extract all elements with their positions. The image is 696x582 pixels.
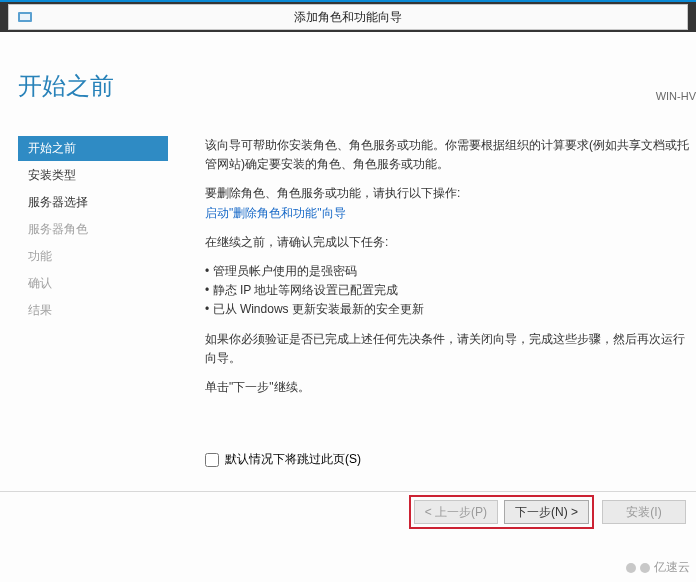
sidebar-item-6: 结果 bbox=[18, 298, 168, 323]
watermark: 亿速云 bbox=[626, 559, 690, 576]
conclusion-text: 如果你必须验证是否已完成上述任何先决条件，请关闭向导，完成这些步骤，然后再次运行… bbox=[205, 330, 696, 368]
skip-checkbox-row: 默认情况下将跳过此页(S) bbox=[205, 451, 361, 468]
watermark-dot-icon bbox=[640, 563, 650, 573]
sidebar-item-2[interactable]: 服务器选择 bbox=[18, 190, 168, 215]
page-title: 开始之前 bbox=[18, 70, 114, 102]
sidebar-item-3: 服务器角色 bbox=[18, 217, 168, 242]
action-button-group: 安装(I) bbox=[600, 498, 688, 526]
watermark-text: 亿速云 bbox=[654, 559, 690, 576]
prerequisite-item: 管理员帐户使用的是强密码 bbox=[205, 262, 696, 281]
wizard-footer: < 上一步(P) 下一步(N) > 安装(I) bbox=[0, 492, 696, 532]
skip-label[interactable]: 默认情况下将跳过此页(S) bbox=[225, 451, 361, 468]
app-icon bbox=[17, 9, 33, 25]
window-titlebar: 添加角色和功能向导 bbox=[8, 4, 688, 30]
next-button[interactable]: 下一步(N) > bbox=[504, 500, 589, 524]
verify-label: 在继续之前，请确认完成以下任务: bbox=[205, 233, 696, 252]
sidebar-item-0[interactable]: 开始之前 bbox=[18, 136, 168, 161]
prev-button: < 上一步(P) bbox=[414, 500, 498, 524]
sidebar-item-5: 确认 bbox=[18, 271, 168, 296]
sidebar-item-1[interactable]: 安装类型 bbox=[18, 163, 168, 188]
prerequisite-item: 静态 IP 地址等网络设置已配置完成 bbox=[205, 281, 696, 300]
prerequisite-item: 已从 Windows 更新安装最新的安全更新 bbox=[205, 300, 696, 319]
install-button: 安装(I) bbox=[602, 500, 686, 524]
intro-text: 该向导可帮助你安装角色、角色服务或功能。你需要根据组织的计算要求(例如共享文档或… bbox=[205, 136, 696, 174]
window-title: 添加角色和功能向导 bbox=[294, 9, 402, 26]
prerequisite-list: 管理员帐户使用的是强密码静态 IP 地址等网络设置已配置完成已从 Windows… bbox=[205, 262, 696, 320]
sidebar-item-4: 功能 bbox=[18, 244, 168, 269]
outer-titlebar: 添加角色和功能向导 bbox=[0, 0, 696, 32]
watermark-dot-icon bbox=[626, 563, 636, 573]
remove-wizard-link[interactable]: 启动"删除角色和功能"向导 bbox=[205, 206, 346, 220]
remove-label: 要删除角色、角色服务或功能，请执行以下操作: bbox=[205, 186, 460, 200]
server-label: WIN-HV bbox=[656, 90, 696, 102]
main-text: 该向导可帮助你安装角色、角色服务或功能。你需要根据组织的计算要求(例如共享文档或… bbox=[205, 136, 696, 407]
content-area: 开始之前 WIN-HV 开始之前安装类型服务器选择服务器角色功能确认结果 该向导… bbox=[0, 32, 696, 492]
svg-rect-1 bbox=[20, 14, 30, 20]
wizard-sidebar: 开始之前安装类型服务器选择服务器角色功能确认结果 bbox=[18, 136, 168, 325]
skip-checkbox[interactable] bbox=[205, 453, 219, 467]
remove-section: 要删除角色、角色服务或功能，请执行以下操作: 启动"删除角色和功能"向导 bbox=[205, 184, 696, 222]
nav-button-group: < 上一步(P) 下一步(N) > bbox=[409, 495, 594, 529]
continue-text: 单击"下一步"继续。 bbox=[205, 378, 696, 397]
